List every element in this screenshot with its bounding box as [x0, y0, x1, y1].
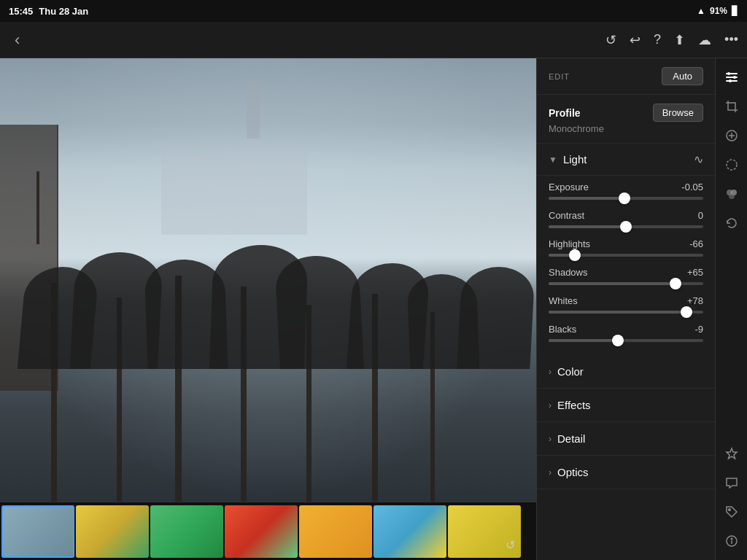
- status-bar: 15:45 Thu 28 Jan ▲ 91% ▊: [0, 0, 747, 22]
- highlights-track[interactable]: [549, 254, 703, 257]
- star-icon[interactable]: [719, 440, 745, 467]
- exposure-slider-row: Exposure -0.05: [549, 182, 703, 200]
- main-area: ↺ EDIT Auto Profile Browse Monochrome ▼ …: [0, 58, 747, 560]
- svg-point-17: [731, 538, 732, 540]
- help-icon[interactable]: ?: [654, 32, 661, 47]
- battery-icon: ▊: [732, 6, 738, 16]
- edit-header: EDIT Auto: [537, 58, 715, 95]
- filmstrip: ↺: [0, 502, 536, 560]
- wifi-icon: ▲: [697, 6, 705, 16]
- color-mixer-icon[interactable]: [719, 181, 745, 207]
- exposure-label: Exposure: [549, 182, 589, 192]
- highlights-slider-row: Highlights -66: [549, 238, 703, 257]
- contrast-slider-row: Contrast 0: [549, 210, 703, 228]
- tower: [247, 80, 260, 139]
- light-section-header[interactable]: ▼ Light ∿: [537, 144, 715, 176]
- comments-icon[interactable]: [719, 470, 745, 496]
- cloud-icon[interactable]: ☁: [698, 32, 711, 48]
- browse-button[interactable]: Browse: [653, 104, 703, 122]
- filmstrip-thumb[interactable]: [374, 505, 446, 558]
- color-section-header[interactable]: › Color: [537, 355, 715, 389]
- gondola: [457, 267, 535, 369]
- edit-tools-icon[interactable]: [719, 64, 745, 90]
- shadows-track[interactable]: [549, 282, 703, 285]
- select-mask-icon[interactable]: [719, 152, 745, 178]
- profile-subtext: Monochrome: [549, 123, 703, 134]
- contrast-label: Contrast: [549, 210, 584, 221]
- blacks-value: -9: [677, 324, 703, 335]
- top-toolbar: ‹ ↺ ↩ ? ⬆ ☁ •••: [0, 22, 747, 58]
- optics-chevron-icon: ›: [549, 467, 551, 478]
- building-bg: [161, 147, 307, 235]
- filmstrip-thumb[interactable]: [225, 505, 298, 558]
- info-icon[interactable]: [719, 528, 745, 554]
- svg-point-4: [733, 76, 736, 79]
- light-section-title: Light: [563, 153, 587, 166]
- svg-point-9: [727, 160, 737, 170]
- detail-section-title: Detail: [557, 432, 585, 445]
- effects-chevron-icon: ›: [549, 400, 551, 411]
- tag-icon[interactable]: [719, 499, 745, 525]
- svg-point-5: [729, 79, 732, 82]
- icon-rail: [715, 58, 747, 560]
- whites-label: Whites: [549, 295, 578, 306]
- color-chevron-icon: ›: [549, 367, 551, 377]
- redo-icon[interactable]: ↺: [605, 32, 616, 48]
- effects-section-header[interactable]: › Effects: [537, 389, 715, 422]
- filmstrip-thumb[interactable]: [1, 505, 74, 558]
- time-display: 15:45: [9, 6, 33, 17]
- filmstrip-undo-icon: ↺: [506, 538, 515, 552]
- right-edit-panel: EDIT Auto Profile Browse Monochrome ▼ Li…: [536, 58, 715, 560]
- detail-chevron-icon: ›: [549, 434, 551, 444]
- battery-display: 91%: [710, 6, 727, 16]
- highlights-label: Highlights: [549, 238, 590, 249]
- filmstrip-thumb[interactable]: [150, 505, 223, 558]
- auto-button[interactable]: Auto: [662, 67, 703, 85]
- svg-point-12: [729, 193, 735, 199]
- whites-track[interactable]: [549, 311, 703, 314]
- history-icon[interactable]: [719, 210, 745, 236]
- filmstrip-thumb[interactable]: [299, 505, 372, 558]
- effects-section-title: Effects: [557, 399, 591, 411]
- blacks-slider-row: Blacks -9: [549, 324, 703, 342]
- undo-icon[interactable]: ↩: [630, 32, 640, 48]
- optics-section-header[interactable]: › Optics: [537, 456, 715, 489]
- light-chevron-icon: ▼: [549, 155, 557, 165]
- svg-marker-13: [727, 448, 737, 459]
- more-icon[interactable]: •••: [724, 32, 738, 47]
- shadows-label: Shadows: [549, 267, 587, 278]
- contrast-value: 0: [677, 210, 703, 221]
- edit-label: EDIT: [549, 72, 570, 81]
- share-icon[interactable]: ⬆: [674, 32, 685, 48]
- exposure-track[interactable]: [549, 197, 703, 200]
- crop-tool-icon[interactable]: [719, 93, 745, 120]
- shadows-slider-row: Shadows +65: [549, 267, 703, 285]
- photo-canvas: [0, 58, 536, 502]
- contrast-track[interactable]: [549, 225, 703, 228]
- profile-section: Profile Browse Monochrome: [537, 95, 715, 144]
- shadows-value: +65: [677, 267, 703, 278]
- date-display: Thu 28 Jan: [39, 6, 88, 17]
- filmstrip-thumb[interactable]: ↺: [448, 505, 521, 558]
- svg-point-14: [728, 509, 729, 510]
- back-button[interactable]: ‹: [9, 28, 26, 52]
- blacks-track[interactable]: [549, 339, 703, 342]
- highlights-value: -66: [677, 238, 703, 249]
- optics-section-title: Optics: [557, 466, 589, 478]
- detail-section-header[interactable]: › Detail: [537, 422, 715, 456]
- photo-main: [0, 58, 536, 502]
- filmstrip-thumb[interactable]: [76, 505, 149, 558]
- svg-point-3: [727, 72, 730, 75]
- blacks-label: Blacks: [549, 324, 576, 335]
- photo-area: ↺: [0, 58, 536, 560]
- gondola-container: [0, 223, 536, 369]
- profile-title: Profile: [549, 107, 581, 119]
- whites-slider-row: Whites +78: [549, 295, 703, 314]
- color-section-title: Color: [557, 365, 584, 378]
- light-curve-icon[interactable]: ∿: [694, 152, 703, 166]
- healing-icon[interactable]: [719, 122, 745, 149]
- exposure-value: -0.05: [677, 182, 703, 192]
- sliders-area: Exposure -0.05 Contrast 0: [537, 176, 715, 355]
- whites-value: +78: [677, 295, 703, 306]
